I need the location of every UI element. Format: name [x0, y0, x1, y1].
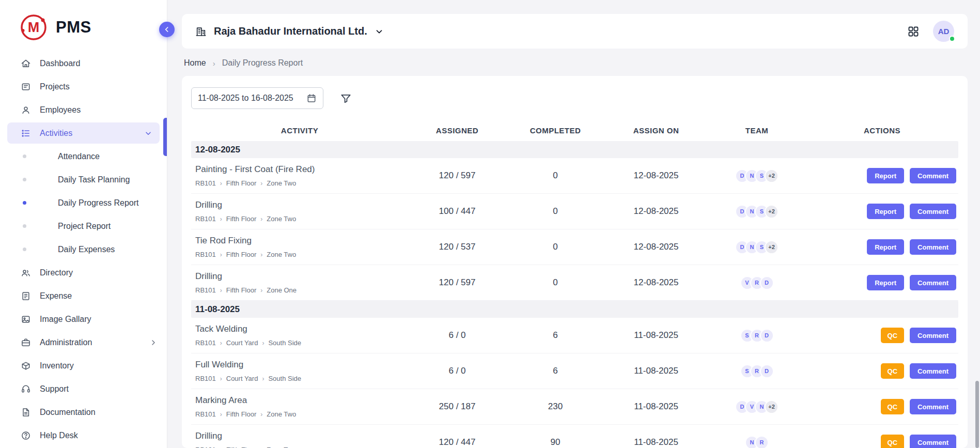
table-header: ACTIVITY ASSIGNED COMPLETED ASSIGN ON TE… [191, 119, 958, 141]
sidebar-item-expense[interactable]: Expense [0, 284, 167, 307]
activity-location-breadcrumb: RB101›Fifth Floor›Zone One [195, 286, 408, 294]
company-selector[interactable]: Raja Bahadur International Ltd. [195, 25, 384, 37]
assigned-value: 250 / 187 [408, 401, 506, 412]
assign-on-value: 11-08-2025 [604, 330, 708, 341]
sidebar-item-dashboard[interactable]: Dashboard [0, 52, 167, 75]
qc-button[interactable]: QC [881, 363, 905, 379]
location-segment: Zone Two [267, 251, 296, 258]
main-content: Raja Bahadur International Ltd. AD Home … [167, 0, 980, 448]
sidebar-item-administration[interactable]: Administration [0, 331, 167, 354]
activity-name[interactable]: Marking Area [195, 395, 408, 406]
chevron-right-icon: › [260, 180, 262, 187]
sidebar-item-directory[interactable]: Directory [0, 261, 167, 284]
col-completed: COMPLETED [506, 126, 604, 135]
team-avatars: DNS+2 [708, 240, 806, 254]
col-assigned: ASSIGNED [408, 126, 506, 135]
table-row: Drilling RB101›Fifth Floor›Zone Two 100 … [191, 194, 958, 229]
sidebar-item-projects[interactable]: Projects [0, 75, 167, 98]
team-member-avatar[interactable]: D [760, 329, 774, 343]
location-segment: Fifth Floor [226, 410, 257, 418]
activity-location-breadcrumb: RB101›Fifth Floor›Zone Two [195, 215, 408, 223]
comment-button[interactable]: Comment [910, 168, 956, 183]
report-button[interactable]: Report [867, 275, 904, 290]
report-button[interactable]: Report [867, 204, 904, 219]
team-more-badge[interactable]: +2 [765, 240, 779, 254]
activity-name[interactable]: Painting - First Coat (Fire Red) [195, 164, 408, 175]
filter-funnel-icon[interactable] [340, 92, 352, 104]
table-row: Tack Welding RB101›Court Yard›South Side… [191, 318, 958, 353]
activity-name[interactable]: Drilling [195, 431, 408, 441]
team-avatars: NR [708, 436, 806, 448]
location-segment: Court Yard [226, 339, 258, 347]
comment-button[interactable]: Comment [910, 275, 956, 290]
sidebar-subitem-daily-expenses[interactable]: Daily Expenses [0, 238, 167, 261]
home-icon [21, 58, 31, 69]
comment-button[interactable]: Comment [910, 328, 956, 343]
comment-button[interactable]: Comment [910, 399, 956, 414]
bullet-icon [23, 178, 26, 181]
sidebar-item-documentation[interactable]: Documentation [0, 400, 167, 424]
qc-button[interactable]: QC [881, 399, 905, 414]
activity-name[interactable]: Tack Welding [195, 324, 408, 334]
sidebar-collapse-button[interactable] [159, 22, 175, 37]
sidebar-item-inventory[interactable]: Inventory [0, 354, 167, 377]
team-member-avatar[interactable]: D [760, 364, 774, 378]
app-logo[interactable]: M PMS [0, 0, 167, 51]
comment-button[interactable]: Comment [910, 204, 956, 219]
location-segment: Fifth Floor [226, 179, 257, 187]
sidebar-subitem-project-report[interactable]: Project Report [0, 214, 167, 238]
comment-button[interactable]: Comment [910, 435, 956, 448]
sidebar-item-help-desk[interactable]: Help Desk [0, 424, 167, 447]
activity-name[interactable]: Drilling [195, 200, 408, 210]
activity-location-breadcrumb: RB101›Fifth Floor›Zone Two [195, 446, 408, 448]
team-member-avatar[interactable]: R [755, 436, 769, 448]
team-more-badge[interactable]: +2 [765, 205, 779, 219]
sidebar-subitem-daily-task-planning[interactable]: Daily Task Planning [0, 168, 167, 191]
qc-button[interactable]: QC [881, 435, 905, 448]
calendar-icon[interactable] [306, 93, 317, 103]
comment-button[interactable]: Comment [910, 363, 956, 379]
chevron-right-icon [149, 338, 158, 347]
sidebar-item-employees[interactable]: Employees [0, 98, 167, 121]
team-member-avatar[interactable]: D [760, 276, 774, 290]
sidebar-subitem-label: Daily Expenses [58, 245, 115, 254]
person-icon [21, 105, 31, 115]
chevron-right-icon: › [220, 215, 222, 223]
activity-name[interactable]: Full Welding [195, 360, 408, 370]
apps-grid-icon[interactable] [907, 25, 920, 38]
sidebar-item-support[interactable]: Support [0, 377, 167, 400]
sidebar-subitem-attendance[interactable]: Attendance [0, 145, 167, 168]
sidebar: M PMS Dashboard Projects Employees Activ… [0, 0, 167, 448]
sidebar-item-label: Image Gallary [40, 315, 91, 324]
chevron-right-icon: › [220, 339, 222, 347]
progress-table: ACTIVITY ASSIGNED COMPLETED ASSIGN ON TE… [191, 119, 958, 448]
sidebar-item-activities[interactable]: Activities [7, 122, 160, 144]
activity-name[interactable]: Tie Rod Fixing [195, 236, 408, 246]
location-segment: RB101 [195, 339, 216, 347]
location-segment: RB101 [195, 179, 216, 187]
sidebar-item-image-gallary[interactable]: Image Gallary [0, 307, 167, 331]
table-body: 12-08-2025 Painting - First Coat (Fire R… [191, 141, 958, 448]
comment-button[interactable]: Comment [910, 239, 956, 255]
report-button[interactable]: Report [867, 168, 904, 183]
user-menu[interactable]: AD [933, 21, 954, 42]
assigned-value: 120 / 447 [408, 437, 506, 447]
assigned-value: 120 / 597 [408, 171, 506, 181]
report-button[interactable]: Report [867, 239, 904, 255]
chevron-left-icon [163, 25, 171, 34]
team-avatars: DVN+2 [708, 400, 806, 414]
table-row: Drilling RB101›Fifth Floor›Zone Two 120 … [191, 425, 958, 448]
sidebar-subitem-daily-progress-report[interactable]: Daily Progress Report [0, 191, 167, 214]
sidebar-item-label: Employees [40, 105, 81, 115]
activity-name[interactable]: Drilling [195, 271, 408, 282]
chevron-right-icon: › [220, 251, 222, 258]
team-more-badge[interactable]: +2 [765, 400, 779, 414]
chevron-right-icon: › [260, 446, 262, 448]
location-segment: Zone Two [267, 179, 296, 187]
date-range-input[interactable]: 11-08-2025 to 16-08-2025 [191, 87, 323, 109]
team-more-badge[interactable]: +2 [765, 169, 779, 183]
scrollbar-thumb[interactable] [975, 381, 979, 448]
qc-button[interactable]: QC [881, 328, 905, 343]
location-segment: RB101 [195, 446, 216, 448]
breadcrumb-home[interactable]: Home [184, 58, 206, 68]
